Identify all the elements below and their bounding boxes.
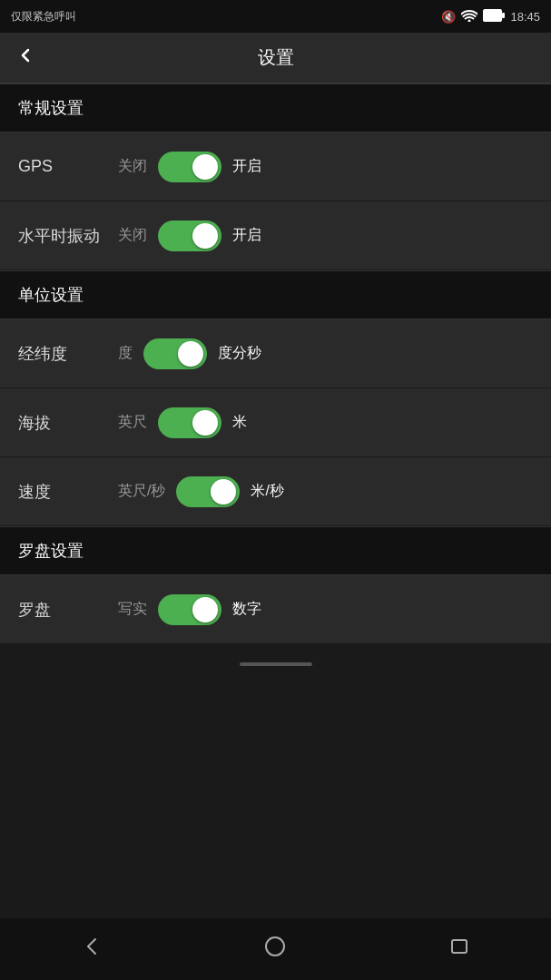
setting-row-altitude: 海拔 英尺 米 bbox=[0, 388, 551, 457]
vibration-right-value: 开启 bbox=[232, 226, 287, 245]
altitude-toggle-container: 英尺 米 bbox=[118, 407, 287, 438]
compass-label: 罗盘 bbox=[18, 599, 118, 621]
altitude-toggle[interactable] bbox=[158, 407, 221, 438]
status-bar: 仅限紧急呼叫 🔇 18:45 bbox=[0, 0, 551, 33]
section-header-units: 单位设置 bbox=[0, 270, 551, 319]
altitude-right-value: 米 bbox=[232, 413, 287, 432]
svg-rect-3 bbox=[452, 940, 467, 953]
page-title: 设置 bbox=[258, 45, 294, 70]
section-title-compass: 罗盘设置 bbox=[18, 542, 84, 560]
vibration-left-value: 关闭 bbox=[118, 226, 147, 245]
emergency-text: 仅限紧急呼叫 bbox=[11, 9, 76, 24]
svg-rect-0 bbox=[484, 9, 502, 21]
speed-toggle-knob bbox=[211, 479, 236, 505]
setting-row-vibration: 水平时振动 关闭 开启 bbox=[0, 201, 551, 270]
settings-content: 常规设置 GPS 关闭 开启 水平时振动 关闭 开启 单位设置 经纬度 度 bbox=[0, 83, 551, 644]
speed-label: 速度 bbox=[18, 481, 118, 503]
back-button[interactable] bbox=[15, 44, 36, 72]
gps-toggle-container: 关闭 开启 bbox=[118, 152, 287, 182]
coordinates-toggle-knob bbox=[178, 341, 203, 367]
recent-nav-button[interactable] bbox=[432, 926, 487, 966]
bottom-nav bbox=[0, 918, 551, 980]
battery-icon bbox=[483, 9, 505, 24]
altitude-left-value: 英尺 bbox=[118, 413, 147, 432]
section-title-units: 单位设置 bbox=[18, 286, 84, 304]
coordinates-toggle[interactable] bbox=[143, 338, 207, 369]
scroll-indicator bbox=[0, 655, 551, 673]
svg-rect-1 bbox=[502, 13, 505, 18]
coordinates-left-value: 度 bbox=[118, 344, 133, 363]
status-icons: 🔇 18:45 bbox=[441, 9, 540, 24]
speed-toggle[interactable] bbox=[176, 476, 240, 507]
wifi-icon bbox=[461, 9, 477, 24]
vibration-label: 水平时振动 bbox=[18, 225, 118, 247]
speed-left-value: 英尺/秒 bbox=[118, 482, 165, 501]
compass-toggle-knob bbox=[192, 597, 218, 622]
gps-toggle-knob bbox=[192, 154, 218, 180]
vibration-toggle-container: 关闭 开启 bbox=[118, 220, 287, 251]
svg-point-2 bbox=[266, 937, 284, 956]
vibration-toggle-knob bbox=[192, 223, 218, 249]
setting-row-compass: 罗盘 写实 数字 bbox=[0, 575, 551, 644]
compass-toggle-container: 写实 数字 bbox=[118, 594, 287, 625]
coordinates-toggle-container: 度 度分秒 bbox=[118, 338, 272, 369]
gps-right-value: 开启 bbox=[232, 157, 287, 176]
scroll-bar bbox=[240, 662, 312, 666]
setting-row-speed: 速度 英尺/秒 米/秒 bbox=[0, 457, 551, 526]
gps-label: GPS bbox=[18, 157, 118, 176]
vibration-toggle[interactable] bbox=[158, 220, 221, 251]
setting-row-coordinates: 经纬度 度 度分秒 bbox=[0, 319, 551, 388]
home-nav-button[interactable] bbox=[248, 926, 302, 966]
speed-toggle-container: 英尺/秒 米/秒 bbox=[118, 476, 305, 507]
altitude-toggle-knob bbox=[192, 410, 218, 436]
back-nav-button[interactable] bbox=[64, 926, 119, 966]
nav-bar: 设置 bbox=[0, 33, 551, 83]
time-display: 18:45 bbox=[510, 10, 540, 24]
coordinates-label: 经纬度 bbox=[18, 343, 118, 365]
section-header-general: 常规设置 bbox=[0, 83, 551, 132]
altitude-label: 海拔 bbox=[18, 412, 118, 434]
section-title-general: 常规设置 bbox=[18, 99, 84, 117]
gps-left-value: 关闭 bbox=[118, 157, 147, 176]
section-header-compass: 罗盘设置 bbox=[0, 526, 551, 575]
gps-toggle[interactable] bbox=[158, 152, 221, 182]
compass-toggle[interactable] bbox=[158, 594, 221, 625]
mute-icon: 🔇 bbox=[441, 10, 456, 24]
setting-row-gps: GPS 关闭 开启 bbox=[0, 132, 551, 201]
compass-left-value: 写实 bbox=[118, 600, 147, 619]
compass-right-value: 数字 bbox=[232, 600, 287, 619]
speed-right-value: 米/秒 bbox=[251, 482, 305, 501]
coordinates-right-value: 度分秒 bbox=[218, 344, 272, 363]
